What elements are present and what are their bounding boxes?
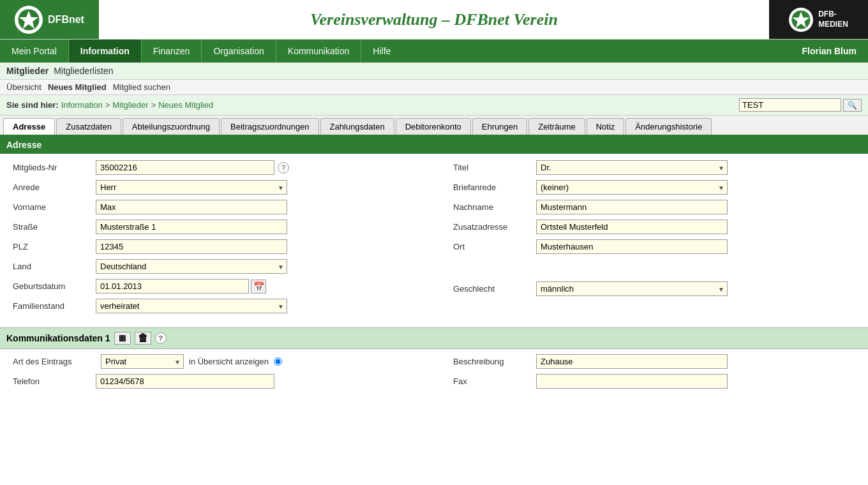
select-titel[interactable]: Dr. Prof. [536, 160, 728, 175]
label-plz: PLZ [13, 242, 96, 251]
input-zusatzadresse[interactable] [536, 220, 728, 234]
header-logo: DFBnet [0, 0, 99, 39]
select-wrapper-geschlecht: männlich weiblich ▼ [536, 281, 728, 296]
header-right-logo: DFB-MEDIEN [769, 0, 868, 39]
form-row-plz: PLZ [13, 239, 415, 254]
select-art-eintrags[interactable]: Privat Geschäftlich [101, 354, 184, 369]
input-telefon[interactable] [96, 374, 274, 389]
help-icon-kommunikation[interactable]: ? [155, 332, 167, 344]
header-title: Vereinsverwaltung – DFBnet Verein [99, 0, 769, 39]
label-strasse: Straße [13, 222, 96, 232]
form-row-vorname: Vorname [13, 200, 415, 214]
komm-left: Art des Eintrags Privat Geschäftlich ▼ i… [13, 354, 440, 394]
add-kommunikation-icon[interactable]: 🗉 [114, 332, 131, 345]
nav-item-kommunikation[interactable]: Kommunikation [276, 40, 362, 63]
subnav-mitglieder[interactable]: Mitglieder [6, 66, 49, 76]
dfb-medien-svg [791, 10, 811, 30]
input-vorname[interactable] [96, 200, 287, 214]
tab-notiz[interactable]: Notiz [587, 118, 625, 135]
label-nachname: Nachname [453, 202, 536, 212]
calendar-icon[interactable]: 📅 [251, 280, 266, 294]
kommunikation-form: Art des Eintrags Privat Geschäftlich ▼ i… [0, 349, 868, 399]
search-area: TEST 🔍 [739, 98, 862, 112]
delete-kommunikation-icon[interactable]: 🗑 [135, 332, 151, 345]
subnav-mitgliederlisten[interactable]: Mitgliederlisten [54, 66, 113, 76]
label-art-eintrags: Art des Eintrags [13, 357, 96, 366]
nav-item-information[interactable]: Information [69, 40, 142, 63]
input-nachname[interactable] [536, 200, 728, 214]
subnav-ubersicht[interactable]: Übersicht [6, 82, 41, 92]
form-row-titel: Titel Dr. Prof. ▼ [453, 160, 855, 175]
select-briefanrede[interactable]: (keiner) [536, 180, 728, 195]
input-fax[interactable] [536, 374, 728, 389]
tab-adresse[interactable]: Adresse [3, 118, 55, 135]
anzeigen-radio[interactable] [274, 357, 282, 366]
nav-item-mein-portal[interactable]: Mein Portal [0, 40, 69, 63]
select-wrapper-familienstand: verheiratet ledig ▼ [96, 299, 287, 313]
select-land[interactable]: Deutschland [96, 259, 287, 274]
main-nav: Mein Portal Information Finanzen Organis… [0, 40, 868, 63]
breadcrumb-sep1: > [105, 100, 110, 110]
select-wrapper-land: Deutschland ▼ [96, 259, 287, 274]
input-plz[interactable] [96, 239, 287, 254]
nav-item-finanzen[interactable]: Finanzen [142, 40, 202, 63]
form-row-spacer [453, 259, 855, 281]
form-row-anrede: Anrede Herr Frau ▼ [13, 180, 415, 195]
tab-anderungshistorie[interactable]: Änderungshistorie [625, 118, 712, 135]
label-familienstand: Familienstand [13, 301, 96, 311]
input-strasse[interactable] [96, 220, 287, 234]
dfb-medien-circle [789, 8, 813, 32]
breadcrumb-link-information[interactable]: Information [61, 100, 103, 110]
subnav-neues-mitglied[interactable]: Neues Mitglied [48, 82, 107, 92]
input-ort[interactable] [536, 239, 728, 254]
search-button[interactable]: 🔍 [843, 99, 862, 112]
label-telefon: Telefon [13, 377, 96, 386]
form-right: Titel Dr. Prof. ▼ Briefanrede (keiner) ▼… [440, 160, 855, 318]
tab-debitorenkonto[interactable]: Debitorenkonto [396, 118, 471, 135]
tab-abteilungszuordnung[interactable]: Abteilungszuordnung [123, 118, 220, 135]
tab-ehrungen[interactable]: Ehrungen [472, 118, 527, 135]
label-titel: Titel [453, 163, 536, 172]
nav-user: Florian Blum [790, 40, 868, 63]
select-anrede[interactable]: Herr Frau [96, 180, 287, 195]
label-anrede: Anrede [13, 183, 96, 192]
adresse-section-header: Adresse [0, 136, 868, 154]
select-geschlecht[interactable]: männlich weiblich [536, 281, 728, 296]
breadcrumb-link-neues-mitglied[interactable]: Neues Mitglied [158, 100, 213, 110]
subnav-mitglied-suchen[interactable]: Mitglied suchen [113, 82, 170, 92]
select-familienstand[interactable]: verheiratet ledig [96, 299, 287, 313]
subnav-row2: Übersicht Neues Mitglied Mitglied suchen [0, 80, 868, 95]
input-geburtsdatum[interactable] [96, 279, 249, 294]
form-row-familienstand: Familienstand verheiratet ledig ▼ [13, 299, 415, 313]
komm-row-fax: Fax [453, 374, 855, 389]
label-zusatzadresse: Zusatzadresse [453, 222, 536, 232]
nav-item-organisation[interactable]: Organisation [202, 40, 276, 63]
subnav-row1: Mitglieder Mitgliederlisten [0, 63, 868, 80]
input-beschreibung[interactable] [536, 354, 728, 369]
input-mitglieds-nr[interactable] [96, 160, 274, 175]
tab-zusatzdaten[interactable]: Zusatzdaten [56, 118, 121, 135]
label-fax: Fax [453, 377, 536, 386]
breadcrumb: Sie sind hier: Information > Mitglieder … [6, 100, 213, 110]
tab-beitragszuordnungen[interactable]: Beitragszuordnungen [221, 118, 319, 135]
label-land: Land [13, 262, 96, 271]
help-icon-mitglieds-nr[interactable]: ? [278, 162, 289, 174]
breadcrumb-link-mitglieder[interactable]: Mitglieder [112, 100, 148, 110]
dfb-medien-text: DFB-MEDIEN [818, 10, 848, 29]
tab-zeitraume[interactable]: Zeiträume [528, 118, 585, 135]
form-row-strasse: Straße [13, 220, 415, 234]
komm-row-beschreibung: Beschreibung [453, 354, 855, 369]
tab-zahlungsdaten[interactable]: Zahlungsdaten [320, 118, 394, 135]
komm-right: Beschreibung Fax [440, 354, 855, 394]
label-mitglieds-nr: Mitglieds-Nr [13, 163, 96, 172]
form-row-geburtsdatum: Geburtsdatum 📅 [13, 279, 415, 294]
label-anzeigen: in Übersicht anzeigen [189, 357, 269, 366]
search-input[interactable]: TEST [739, 98, 841, 112]
form-row-briefanrede: Briefanrede (keiner) ▼ [453, 180, 855, 195]
nav-item-hilfe[interactable]: Hilfe [361, 40, 402, 63]
select-wrapper-art: Privat Geschäftlich ▼ [101, 354, 184, 369]
label-geschlecht: Geschlecht [453, 284, 536, 294]
dfb-logo-svg [17, 8, 40, 31]
label-briefanrede: Briefanrede [453, 183, 536, 192]
form-left: Mitglieds-Nr ? Anrede Herr Frau ▼ Vornam… [13, 160, 440, 318]
